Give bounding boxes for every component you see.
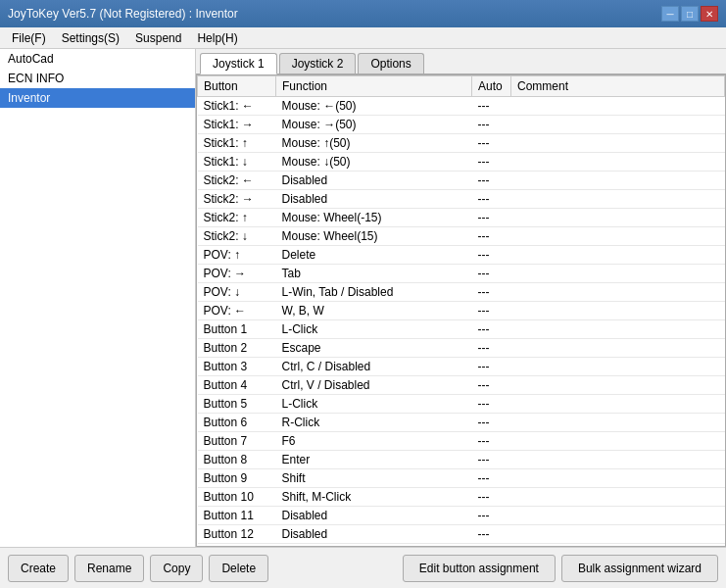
cell-auto: --- [472,414,511,432]
table-row[interactable]: POV: ↑ Delete --- [198,246,725,265]
cell-function: R-Click [276,414,472,432]
menu-file[interactable]: File(F) [4,29,54,47]
col-header-button: Button [198,76,276,97]
cell-function: Mouse: ←(50) [276,97,472,116]
cell-comment [511,358,725,376]
cell-button: Stick1: ← [198,97,276,116]
table-row[interactable]: Button 6 R-Click --- [198,414,725,432]
table-row[interactable]: Button 3 Ctrl, C / Disabled --- [198,358,725,376]
cell-auto: --- [472,283,511,302]
cell-function: W, B, W [276,302,472,320]
cell-button: POV: ↓ [198,283,276,302]
maximize-button[interactable]: □ [681,6,699,22]
cell-auto: --- [472,544,511,548]
table-row[interactable]: POV: → Tab --- [198,265,725,283]
menu-suspend[interactable]: Suspend [127,29,189,47]
table-row[interactable]: Button 11 Disabled --- [198,507,725,525]
tab-joystick1[interactable]: Joystick 1 [200,53,277,74]
cell-function: Enter [276,451,472,469]
table-row[interactable]: Stick1: ↑ Mouse: ↑(50) --- [198,134,725,153]
cell-auto: --- [472,320,511,339]
table-row[interactable]: Stick2: ← Disabled --- [198,172,725,190]
cell-function: Mouse: ↓(50) [276,153,472,172]
cell-comment [511,488,725,507]
table-row[interactable]: Button 10 Shift, M-Click --- [198,488,725,507]
title-bar: JoyToKey Ver5.7 (Not Registered) : Inven… [0,0,726,27]
cell-button: Stick2: ← [198,172,276,190]
table-row[interactable]: Button 1 L-Click --- [198,320,725,339]
cell-comment [511,246,725,265]
cell-comment [511,209,725,227]
cell-auto: --- [472,451,511,469]
button-table: Button Function Auto Comment Stick1: ← M… [197,75,725,547]
cell-auto: --- [472,97,511,116]
tab-joystick2[interactable]: Joystick 2 [279,53,357,74]
bulk-wizard-button[interactable]: Bulk assignment wizard [561,555,718,582]
cell-function: Mouse: ↑(50) [276,134,472,153]
table-row[interactable]: Button 4 Ctrl, V / Disabled --- [198,376,725,395]
cell-button: Button 3 [198,358,276,376]
cell-button: Button 9 [198,469,276,488]
rename-button[interactable]: Rename [74,555,144,582]
window-title: JoyToKey Ver5.7 (Not Registered) : Inven… [8,7,238,21]
sidebar-item-autocad[interactable]: AutoCad [0,49,195,69]
cell-button: Button 11 [198,507,276,525]
table-row[interactable]: POV: ← W, B, W --- [198,302,725,320]
cell-auto: --- [472,376,511,395]
table-row[interactable]: Button 8 Enter --- [198,451,725,469]
cell-comment [511,507,725,525]
tab-options[interactable]: Options [358,53,423,74]
button-table-container[interactable]: Button Function Auto Comment Stick1: ← M… [196,74,726,547]
table-row[interactable]: POV: ↓ L-Win, Tab / Disabled --- [198,283,725,302]
menu-settings[interactable]: Settings(S) [54,29,127,47]
sidebar: AutoCad ECN INFO Inventor [0,49,196,547]
cell-function: L-Win, Tab / Disabled [276,283,472,302]
table-row[interactable]: Button 7 F6 --- [198,432,725,451]
cell-function: Shift, M-Click [276,488,472,507]
table-row[interactable]: Stick2: ↓ Mouse: Wheel(15) --- [198,227,725,246]
sidebar-item-ecninfo[interactable]: ECN INFO [0,69,195,88]
cell-comment [511,451,725,469]
table-row[interactable]: Button 9 Shift --- [198,469,725,488]
sidebar-scroll[interactable]: AutoCad ECN INFO Inventor [0,49,195,547]
table-row[interactable]: Stick2: ↑ Mouse: Wheel(-15) --- [198,209,725,227]
cell-function: Shift [276,469,472,488]
table-row[interactable]: Button 2 Escape --- [198,339,725,358]
content-area: Joystick 1 Joystick 2 Options Button Fun… [196,49,726,547]
menu-help[interactable]: Help(H) [189,29,245,47]
cell-function: Mouse: Wheel(-15) [276,209,472,227]
table-row[interactable]: Button 13 Disabled --- [198,544,725,548]
table-row[interactable]: Stick1: ← Mouse: ←(50) --- [198,97,725,116]
cell-function: Disabled [276,507,472,525]
cell-function: Disabled [276,190,472,209]
minimize-button[interactable]: ─ [661,6,679,22]
cell-comment [511,376,725,395]
table-row[interactable]: Button 5 L-Click --- [198,395,725,414]
delete-button[interactable]: Delete [209,555,268,582]
cell-auto: --- [472,246,511,265]
cell-button: Button 7 [198,432,276,451]
table-row[interactable]: Stick1: → Mouse: →(50) --- [198,116,725,134]
close-button[interactable]: ✕ [701,6,718,22]
cell-auto: --- [472,469,511,488]
create-button[interactable]: Create [8,555,69,582]
cell-auto: --- [472,265,511,283]
cell-comment [511,97,725,116]
menu-bar: File(F) Settings(S) Suspend Help(H) [0,27,726,49]
cell-comment [511,134,725,153]
cell-comment [511,116,725,134]
table-row[interactable]: Stick1: ↓ Mouse: ↓(50) --- [198,153,725,172]
table-row[interactable]: Stick2: → Disabled --- [198,190,725,209]
copy-button[interactable]: Copy [150,555,203,582]
cell-comment [511,227,725,246]
cell-function: F6 [276,432,472,451]
cell-function: L-Click [276,395,472,414]
table-row[interactable]: Button 12 Disabled --- [198,525,725,544]
cell-button: POV: ← [198,302,276,320]
tabs: Joystick 1 Joystick 2 Options [196,49,726,74]
edit-assignment-button[interactable]: Edit button assignment [403,555,556,582]
sidebar-item-inventor[interactable]: Inventor [0,88,195,108]
cell-function: Disabled [276,544,472,548]
cell-button: Stick1: ↑ [198,134,276,153]
cell-comment [511,320,725,339]
